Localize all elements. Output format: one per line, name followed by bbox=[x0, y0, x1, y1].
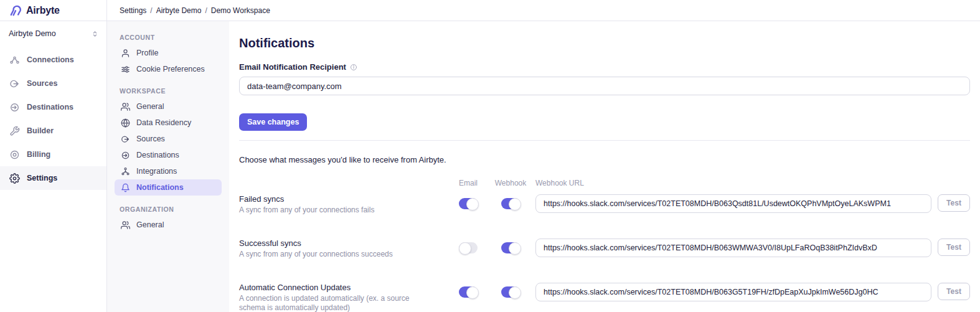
sliders-icon bbox=[121, 65, 130, 74]
test-webhook-button[interactable]: Test bbox=[938, 283, 970, 300]
airbyte-logo-icon bbox=[8, 4, 22, 17]
bell-icon bbox=[121, 183, 130, 192]
save-changes-button[interactable]: Save changes bbox=[239, 113, 307, 131]
connections-icon bbox=[9, 54, 20, 65]
sidebar-item-settings[interactable]: Settings bbox=[0, 166, 106, 190]
settings-nav-item-cookie-preferences[interactable]: Cookie Preferences bbox=[115, 61, 222, 77]
table-row-failed-syncs: Failed syncs A sync from any of your con… bbox=[239, 194, 970, 215]
nav-item-label: Notifications bbox=[136, 183, 184, 192]
topbar: Settings / Airbyte Demo / Demo Workspace bbox=[107, 0, 980, 21]
nav-item-label: Integrations bbox=[136, 167, 177, 176]
breadcrumb-workspace[interactable]: Demo Workspace bbox=[211, 6, 270, 15]
settings-nav-item-org-general[interactable]: General bbox=[115, 217, 222, 233]
breadcrumb: Settings / Airbyte Demo / Demo Workspace bbox=[120, 6, 270, 15]
sidebar-item-label: Connections bbox=[27, 55, 74, 64]
webhook-column-header: Webhook bbox=[492, 179, 529, 187]
primary-nav: Connections Sources Destinations bbox=[0, 48, 106, 190]
email-toggle[interactable] bbox=[459, 198, 478, 209]
notifications-description: Choose what messages you'd like to recei… bbox=[239, 155, 970, 164]
app-sidebar: Airbyte Airbyte Demo Connections bbox=[0, 0, 107, 312]
row-description: A connection is updated automatically (e… bbox=[239, 294, 433, 312]
chevron-up-down-icon bbox=[91, 30, 99, 38]
settings-nav-section-organization: ORGANIZATION General bbox=[115, 206, 222, 233]
wrench-icon bbox=[9, 125, 20, 136]
webhook-toggle[interactable] bbox=[501, 198, 520, 209]
page-title: Notifications bbox=[239, 36, 970, 50]
users-icon bbox=[121, 102, 130, 111]
table-header-row: Email Webhook Webhook URL bbox=[239, 179, 970, 187]
coin-icon bbox=[9, 149, 20, 160]
workspace-selector[interactable]: Airbyte Demo bbox=[0, 21, 106, 43]
sidebar-item-label: Settings bbox=[27, 174, 57, 182]
users-icon bbox=[121, 220, 130, 230]
nav-item-label: Cookie Preferences bbox=[136, 65, 205, 73]
section-title: WORKSPACE bbox=[115, 87, 222, 95]
nav-item-label: Sources bbox=[136, 135, 165, 143]
settings-nav-item-general[interactable]: General bbox=[115, 98, 222, 115]
app-root: Airbyte Airbyte Demo Connections bbox=[0, 0, 980, 312]
table-row-automatic-connection-updates: Automatic Connection Updates A connectio… bbox=[239, 283, 970, 312]
section-divider bbox=[239, 140, 970, 141]
sidebar-item-label: Destinations bbox=[27, 103, 73, 111]
settings-nav-item-data-residency[interactable]: Data Residency bbox=[115, 115, 222, 131]
sidebar-item-label: Sources bbox=[27, 79, 57, 88]
test-webhook-button[interactable]: Test bbox=[938, 239, 970, 256]
sidebar-item-destinations[interactable]: Destinations bbox=[0, 95, 106, 119]
destination-arrow-icon bbox=[121, 151, 130, 160]
breadcrumb-org[interactable]: Airbyte Demo bbox=[156, 6, 202, 15]
destination-arrow-icon bbox=[9, 102, 20, 113]
nav-item-label: Data Residency bbox=[136, 118, 191, 127]
settings-nav-item-integrations[interactable]: Integrations bbox=[115, 163, 222, 179]
sidebar-item-sources[interactable]: Sources bbox=[0, 72, 106, 95]
email-recipient-input[interactable] bbox=[239, 77, 970, 95]
breadcrumb-settings[interactable]: Settings bbox=[120, 6, 146, 15]
sidebar-item-connections[interactable]: Connections bbox=[0, 48, 106, 72]
row-title: Successful syncs bbox=[239, 239, 433, 248]
webhook-toggle[interactable] bbox=[501, 242, 520, 253]
sidebar-item-label: Builder bbox=[27, 126, 54, 135]
email-toggle[interactable] bbox=[459, 286, 478, 298]
notifications-page: Notifications Email Notification Recipie… bbox=[229, 21, 980, 312]
table-row-successful-syncs: Successful syncs A sync from any of your… bbox=[239, 239, 970, 259]
webhook-url-input[interactable] bbox=[535, 194, 931, 213]
gear-icon bbox=[9, 173, 20, 184]
source-arrow-icon bbox=[121, 135, 130, 144]
settings-nav-section-account: ACCOUNT Profile bbox=[115, 34, 222, 77]
brand-name: Airbyte bbox=[26, 5, 60, 16]
workspace-name: Airbyte Demo bbox=[9, 29, 56, 38]
webhook-url-column-header: Webhook URL bbox=[535, 179, 931, 187]
settings-nav-item-destinations[interactable]: Destinations bbox=[115, 147, 222, 163]
info-icon bbox=[350, 64, 357, 71]
sidebar-item-label: Billing bbox=[27, 150, 50, 159]
row-title: Automatic Connection Updates bbox=[239, 283, 433, 292]
webhook-url-input[interactable] bbox=[535, 283, 931, 301]
globe-icon bbox=[121, 118, 130, 128]
breadcrumb-separator: / bbox=[205, 6, 207, 15]
nav-item-label: General bbox=[136, 102, 164, 111]
settings-nav-item-sources[interactable]: Sources bbox=[115, 131, 222, 147]
test-webhook-button[interactable]: Test bbox=[938, 194, 970, 212]
settings-nav-item-notifications[interactable]: Notifications bbox=[115, 179, 222, 196]
section-title: ORGANIZATION bbox=[115, 206, 222, 213]
nav-item-label: General bbox=[136, 220, 164, 229]
nav-item-label: Profile bbox=[136, 49, 158, 57]
row-description: A sync from any of your connections fail… bbox=[239, 206, 433, 215]
settings-nav-section-workspace: WORKSPACE General bbox=[115, 87, 222, 196]
sidebar-item-builder[interactable]: Builder bbox=[0, 119, 106, 143]
main-column: Settings / Airbyte Demo / Demo Workspace… bbox=[107, 0, 980, 312]
source-arrow-icon bbox=[9, 78, 20, 89]
webhook-url-input[interactable] bbox=[535, 239, 931, 257]
email-toggle[interactable] bbox=[459, 242, 478, 253]
row-description: A sync from any of your connections succ… bbox=[239, 250, 433, 259]
sidebar-item-billing[interactable]: Billing bbox=[0, 143, 106, 166]
settings-nav-item-profile[interactable]: Profile bbox=[115, 45, 222, 61]
user-icon bbox=[121, 49, 130, 58]
section-title: ACCOUNT bbox=[115, 34, 222, 41]
email-column-header: Email bbox=[451, 179, 486, 187]
breadcrumb-separator: / bbox=[150, 6, 152, 15]
airbyte-logo[interactable]: Airbyte bbox=[0, 0, 106, 21]
row-title: Failed syncs bbox=[239, 194, 433, 204]
nav-item-label: Destinations bbox=[136, 151, 179, 159]
settings-nav: ACCOUNT Profile bbox=[107, 21, 229, 312]
webhook-toggle[interactable] bbox=[501, 286, 520, 298]
